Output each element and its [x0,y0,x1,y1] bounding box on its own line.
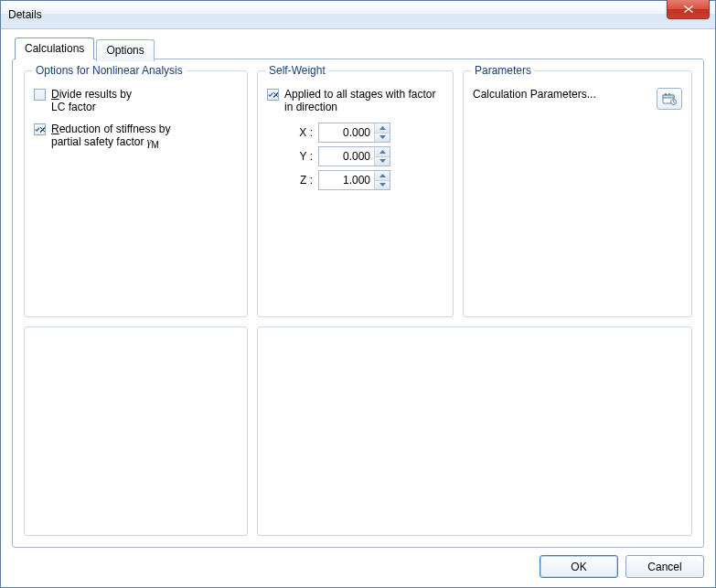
parameters-icon [662,92,677,105]
option-divide-results[interactable]: Divide results by LC factor [34,88,238,113]
group-parameters: Parameters Calculation Parameters... [463,70,692,317]
factor-z-input[interactable] [319,171,374,189]
group-legend: Self-Weight [265,64,329,77]
spin-up-button[interactable] [375,123,390,134]
checkbox-applied-all-stages[interactable] [267,89,279,101]
tabpage-calculations: Options for Nonlinear Analysis Divide re… [12,59,704,548]
tab-label: Options [106,44,144,57]
parameters-row: Calculation Parameters... [473,88,682,110]
details-dialog: Details Calculations Options Options for… [0,0,716,588]
group-bottom-right [257,326,692,536]
calculation-parameters-label: Calculation Parameters... [473,88,596,101]
tabstrip: Calculations Options [15,37,704,59]
checkbox-label: Applied to all stages with factor in dir… [284,88,435,113]
close-icon [683,5,694,14]
axis-x-label: X : [294,126,313,139]
spin-down-button[interactable] [375,181,390,190]
factor-y-spinner[interactable] [318,146,390,166]
ok-button[interactable]: OK [540,555,618,578]
group-bottom-left [24,326,248,536]
button-label: Cancel [647,561,681,573]
calculation-parameters-button[interactable] [657,88,682,110]
dialog-buttons: OK Cancel [12,548,704,578]
cancel-button[interactable]: Cancel [625,555,704,578]
factor-x-spinner[interactable] [318,123,390,143]
group-legend: Options for Nonlinear Analysis [32,64,187,77]
factor-z-row: Z : [294,170,443,190]
group-legend: Parameters [471,64,535,77]
tab-options[interactable]: Options [96,39,154,61]
spinner-buttons [374,123,390,142]
tab-label: Calculations [25,42,84,55]
spin-down-button[interactable] [375,134,390,143]
spin-up-button[interactable] [375,171,390,181]
factor-y-row: Y : [294,146,443,166]
tab-calculations[interactable]: Calculations [15,37,94,59]
factor-x-input[interactable] [319,123,374,142]
spin-down-button[interactable] [375,157,390,166]
direction-factors: X : Y : [294,123,443,190]
titlebar: Details [1,1,715,29]
svg-rect-1 [663,95,674,98]
checkbox-divide-results[interactable] [34,89,46,101]
group-nonlinear-analysis: Options for Nonlinear Analysis Divide re… [24,70,248,317]
option-reduction-stiffness[interactable]: Reduction of stiffness by partial safety… [34,123,238,152]
axis-y-label: Y : [294,150,313,163]
close-button[interactable] [667,0,710,19]
top-row: Options for Nonlinear Analysis Divide re… [24,70,692,317]
window-title: Details [8,8,42,21]
factor-z-spinner[interactable] [318,170,390,190]
axis-z-label: Z : [294,174,313,187]
factor-y-input[interactable] [319,147,374,166]
checkbox-reduction-stiffness[interactable] [34,123,46,135]
spin-up-button[interactable] [375,147,390,157]
option-applied-all-stages[interactable]: Applied to all stages with factor in dir… [267,88,443,113]
checkbox-label: Divide results by LC factor [51,88,132,113]
button-label: OK [571,561,586,573]
factor-x-row: X : [294,123,443,143]
group-self-weight: Self-Weight Applied to all stages with f… [257,70,454,317]
client-area: Calculations Options Options for Nonline… [1,29,715,587]
spinner-buttons [374,171,390,189]
bottom-row [24,326,692,536]
spinner-buttons [374,147,390,166]
checkbox-label: Reduction of stiffness by partial safety… [51,123,171,152]
